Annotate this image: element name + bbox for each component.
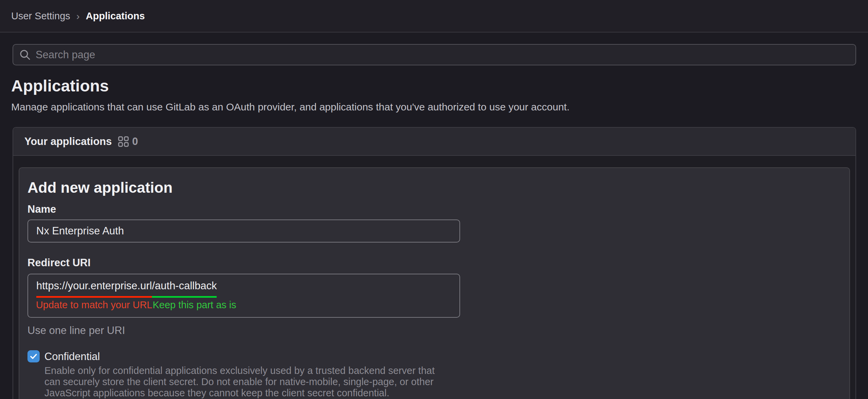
your-applications-title: Your applications: [24, 135, 112, 148]
applications-count-badge: 0: [132, 135, 138, 148]
page-title: Applications: [11, 77, 857, 95]
confidential-label[interactable]: Confidential: [44, 350, 100, 363]
checkmark-icon: [29, 352, 38, 360]
confidential-help-line: Enable only for confidential application…: [44, 365, 841, 376]
breadcrumb: User Settings › Applications: [11, 10, 145, 22]
confidential-row: Confidential: [27, 350, 841, 363]
redirect-uri-host-part: https://your.enterprise.url Update to ma…: [36, 280, 152, 298]
application-name-input[interactable]: [27, 219, 460, 243]
page-description: Manage applications that can use GitLab …: [11, 101, 857, 113]
add-new-application-card: Add new application Name Redirect URI ht…: [19, 167, 850, 399]
breadcrumb-link-user-settings[interactable]: User Settings: [11, 10, 70, 22]
annotation-update-url: Update to match your URL: [36, 299, 152, 311]
confidential-checkbox[interactable]: [27, 350, 40, 362]
redirect-uri-path-part: /auth-callback Keep this part as is: [152, 280, 217, 298]
redirect-uri-label: Redirect URI: [27, 257, 841, 269]
name-label: Name: [27, 203, 841, 215]
search-input[interactable]: [36, 49, 849, 61]
redirect-uri-hint: Use one line per URI: [27, 324, 841, 337]
confidential-help-line: JavaScript applications because they can…: [44, 387, 841, 399]
search-page-field[interactable]: [13, 44, 856, 65]
applications-grid-icon: [118, 136, 129, 147]
annotation-keep-part: Keep this part as is: [153, 299, 236, 311]
redirect-uri-textarea[interactable]: https://your.enterprise.url Update to ma…: [27, 274, 460, 318]
redirect-uri-host-text: https://your.enterprise.url: [36, 280, 152, 292]
confidential-help-text: Enable only for confidential application…: [44, 365, 841, 399]
top-bar: User Settings › Applications: [0, 0, 868, 33]
confidential-help-line: can securely store the client secret. Do…: [44, 376, 841, 387]
your-applications-panel: Your applications 0 Add new application …: [13, 127, 856, 399]
search-icon: [19, 49, 31, 61]
breadcrumb-separator-icon: ›: [76, 11, 80, 21]
breadcrumb-current-applications: Applications: [86, 10, 145, 22]
card-title: Add new application: [27, 179, 841, 196]
redirect-uri-path-text: /auth-callback: [152, 280, 217, 292]
your-applications-header: Your applications 0: [13, 128, 855, 156]
